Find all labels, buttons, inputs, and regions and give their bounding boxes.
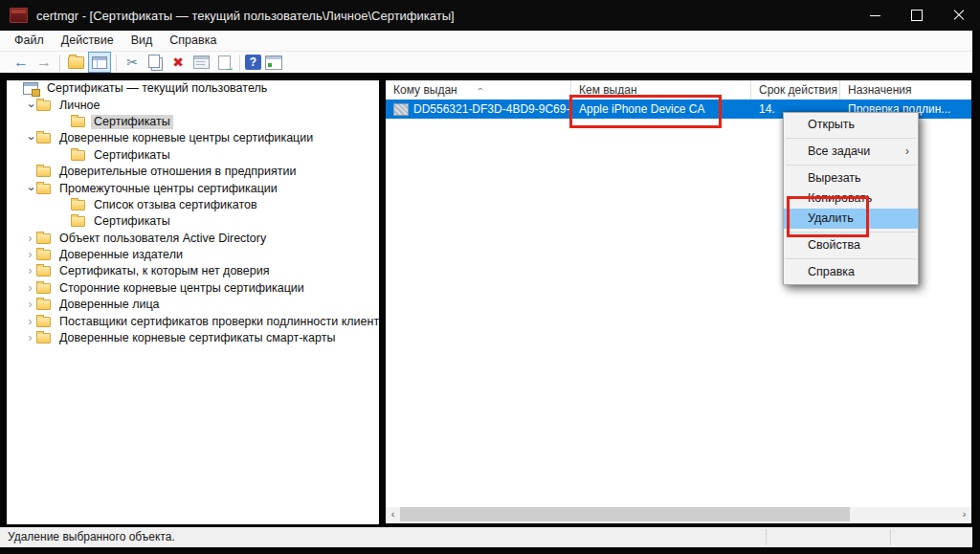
status-bar: Удаление выбранного объекта. <box>0 527 972 547</box>
tree-item[interactable]: Сертификаты <box>7 147 379 164</box>
sort-ascending-icon: › <box>470 87 489 90</box>
tree-item-label: Сторонние корневые центры сертификации <box>56 281 307 296</box>
chevron-right-icon[interactable] <box>24 299 36 311</box>
toolbar-separator <box>116 55 117 71</box>
context-menu-item[interactable]: Справка <box>784 262 918 282</box>
chevron-right-icon[interactable] <box>24 265 36 277</box>
tree-item-label: Сертификаты — текущий пользователь <box>44 81 270 96</box>
tree-item-label: Сертификаты, к которым нет доверия <box>56 264 273 278</box>
column-header[interactable]: Срок действия <box>751 80 840 100</box>
menu-справка[interactable]: Справка <box>161 31 225 51</box>
tree-item[interactable]: Сторонние корневые центры сертификации <box>7 280 379 297</box>
folder-up-glyph <box>68 56 84 69</box>
context-menu-item[interactable]: Все задачи› <box>784 142 918 162</box>
tree-item-label: Сертификаты <box>91 115 173 129</box>
chevron-right-icon[interactable] <box>24 249 36 261</box>
certmgr-root-icon <box>23 82 38 95</box>
console-window-icon[interactable] <box>263 53 284 72</box>
menu-файл[interactable]: Файл <box>6 31 53 51</box>
list-header: Кому выдан›Кем выданСрок действияНазначе… <box>386 80 971 100</box>
copy-icon[interactable] <box>145 53 166 72</box>
chevron-down-icon[interactable] <box>24 183 36 195</box>
tree-item-label: Промежуточные центры сертификации <box>56 182 280 196</box>
tree-item[interactable]: Сертификаты — текущий пользователь <box>7 80 379 97</box>
context-menu-item[interactable]: Вырезать <box>784 168 918 188</box>
scrollbar-thumb[interactable] <box>400 507 850 521</box>
column-header[interactable]: Назначения <box>840 80 971 100</box>
tree-item[interactable]: Промежуточные центры сертификации <box>7 180 379 196</box>
chevron-right-icon[interactable] <box>24 233 36 245</box>
title-bar: certmgr - [Сертификаты — текущий пользов… <box>0 0 980 31</box>
horizontal-scrollbar[interactable]: ‹ › <box>386 507 971 521</box>
chevron-right-icon[interactable] <box>24 316 36 328</box>
scroll-left-arrow-icon[interactable]: ‹ <box>386 507 400 521</box>
tree-item-label: Сертификаты <box>91 148 173 163</box>
maximize-button[interactable] <box>896 0 938 31</box>
tree-item-label: Доверенные корневые центры сертификации <box>56 131 316 145</box>
status-divider <box>890 529 891 545</box>
folder-icon <box>36 184 51 194</box>
chevron-down-icon[interactable] <box>24 100 36 112</box>
menu-вид[interactable]: Вид <box>122 31 162 51</box>
properties-glyph <box>193 55 210 69</box>
tree-item[interactable]: Объект пользователя Active Directory <box>7 231 379 247</box>
context-menu-item[interactable]: Свойства <box>784 235 918 255</box>
forward-icon[interactable] <box>33 53 55 72</box>
menu-separator <box>786 232 916 233</box>
column-header[interactable]: Кем выдан <box>571 80 751 100</box>
back-icon[interactable] <box>11 53 32 72</box>
tree-item[interactable]: Поставщики сертификатов проверки подлинн… <box>7 313 379 329</box>
close-icon <box>953 10 965 21</box>
tree-item[interactable]: Доверенные корневые центры сертификации <box>7 130 379 146</box>
folder-icon <box>36 299 51 310</box>
chevron-down-icon[interactable] <box>24 132 36 144</box>
context-menu-item[interactable]: Копировать <box>784 188 918 209</box>
menu-действие[interactable]: Действие <box>53 31 122 51</box>
tree-item-label: Список отзыва сертификатов <box>91 198 260 212</box>
tree-item[interactable]: Сертификаты <box>7 114 379 130</box>
toolbar <box>0 51 972 73</box>
minimize-icon <box>870 15 880 16</box>
delete-icon[interactable] <box>167 53 189 72</box>
tree-item[interactable]: Доверенные лица <box>7 297 379 313</box>
folder-up-icon[interactable] <box>65 53 86 72</box>
export-list-icon[interactable] <box>213 53 234 72</box>
column-header[interactable]: Кому выдан› <box>386 80 571 100</box>
context-menu-item[interactable]: Удалить <box>784 209 918 229</box>
folder-icon <box>71 117 85 127</box>
help-icon[interactable] <box>245 55 261 70</box>
context-menu-item[interactable]: Открыть <box>784 115 918 135</box>
maximize-icon <box>911 10 923 21</box>
tree-item-label: Доверенные издатели <box>56 248 186 262</box>
console-window-glyph <box>265 55 282 70</box>
folder-icon <box>36 317 51 327</box>
folder-icon <box>36 233 51 244</box>
tree-item[interactable]: Доверительные отношения в предприятии <box>7 164 379 180</box>
tree-item-label: Доверенные корневые сертификаты смарт-ка… <box>56 331 338 345</box>
status-divider <box>766 529 767 545</box>
tree-item[interactable]: Сертификаты, к которым нет доверия <box>7 263 379 279</box>
menu-separator <box>786 138 916 139</box>
toolbar-separator <box>59 55 60 71</box>
properties-icon[interactable] <box>190 53 212 72</box>
tree-item-label: Личное <box>56 99 103 113</box>
status-text: Удаление выбранного объекта. <box>8 530 175 543</box>
tree-item[interactable]: Доверенные издатели <box>7 247 379 263</box>
menu-separator <box>786 258 916 259</box>
tree-item[interactable]: Сертификаты <box>7 213 379 230</box>
cut-icon[interactable] <box>122 53 143 72</box>
certificate-icon <box>393 103 409 116</box>
minimize-button[interactable] <box>854 0 896 31</box>
close-button[interactable] <box>938 0 980 31</box>
chevron-right-icon[interactable] <box>24 282 36 295</box>
folder-icon <box>36 166 51 177</box>
tree-item-label: Доверительные отношения в предприятии <box>56 165 300 179</box>
scroll-right-arrow-icon[interactable]: › <box>957 507 971 521</box>
tree-item[interactable]: Личное <box>7 97 379 113</box>
console-tree-pane: Сертификаты — текущий пользовательЛичное… <box>7 80 379 524</box>
tree-item[interactable]: Доверенные корневые сертификаты смарт-ка… <box>7 330 379 346</box>
tree-item-label: Доверенные лица <box>56 298 163 312</box>
tree-item[interactable]: Список отзыва сертификатов <box>7 197 379 213</box>
chevron-right-icon[interactable] <box>24 332 36 344</box>
console-tree-toggle-icon[interactable] <box>88 52 111 73</box>
